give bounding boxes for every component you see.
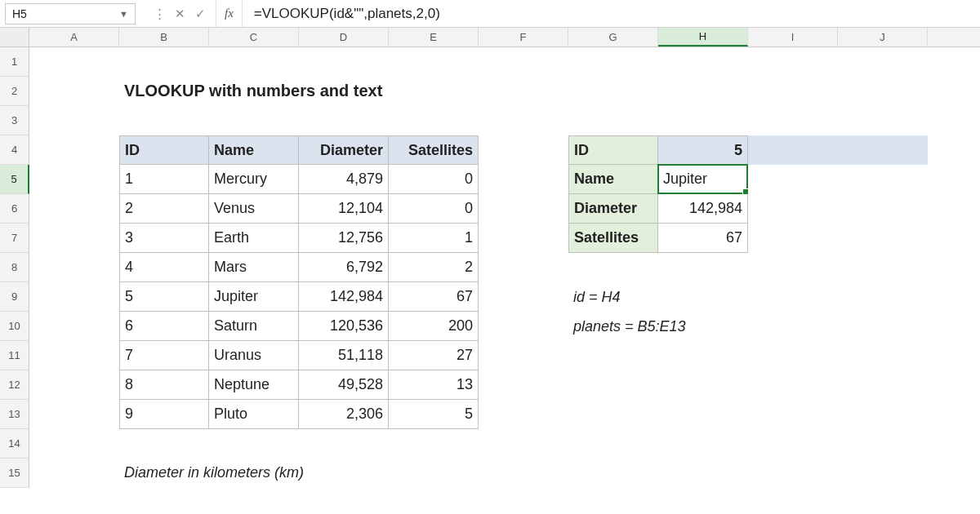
row-header[interactable]: 10 [0,312,29,341]
row-header[interactable]: 2 [0,77,29,106]
th-id[interactable]: ID [119,135,209,165]
lookup-label-satellites[interactable]: Satellites [568,224,658,253]
row-header[interactable]: 11 [0,341,29,370]
spreadsheet-grid[interactable]: A B C D E F G H I J 1 2 VLOOKUP with num… [0,28,980,488]
col-header-j[interactable]: J [838,28,928,47]
row-header[interactable]: 5 [0,165,29,194]
note-id-def[interactable]: id = H4 [568,282,658,312]
row-header[interactable]: 1 [0,47,29,77]
drag-handle-icon[interactable]: ⋮ [154,7,165,21]
col-header-d[interactable]: D [299,28,389,47]
table-cell[interactable]: 0 [389,165,479,194]
row-header[interactable]: 15 [0,459,29,488]
table-cell[interactable]: 4,879 [299,165,389,194]
column-headers: A B C D E F G H I J [0,28,980,47]
note-planets-def[interactable]: planets = B5:E13 [568,312,658,341]
lookup-label-diameter[interactable]: Diameter [568,194,658,224]
lookup-label-name[interactable]: Name [568,165,658,194]
chevron-down-icon[interactable]: ▼ [119,9,128,19]
name-box-value: H5 [12,7,27,20]
row-header[interactable]: 7 [0,224,29,253]
col-header-c[interactable]: C [209,28,299,47]
col-header-a[interactable]: A [29,28,119,47]
row-header[interactable]: 8 [0,253,29,282]
cancel-icon[interactable]: ✕ [175,7,185,21]
row-header[interactable]: 14 [0,429,29,459]
row-header[interactable]: 13 [0,400,29,429]
row-header[interactable]: 6 [0,194,29,224]
formula-input[interactable]: =VLOOKUP(id&"",planets,2,0) [243,6,980,22]
formula-bar: H5 ▼ ⋮ ✕ ✓ fx =VLOOKUP(id&"",planets,2,0… [0,0,980,28]
name-box[interactable]: H5 ▼ [5,3,136,24]
col-header-i[interactable]: I [748,28,838,47]
lookup-value-name[interactable]: Jupiter [658,165,748,194]
lookup-value-diameter[interactable]: 142,984 [658,194,748,224]
page-title[interactable]: VLOOKUP with numbers and text [119,77,209,106]
table-cell[interactable]: 1 [119,165,209,194]
lookup-label-id[interactable]: ID [568,135,658,165]
insert-function-button[interactable]: fx [216,0,243,27]
th-name[interactable]: Name [209,135,299,165]
footer-note[interactable]: Diameter in kilometers (km) [119,459,209,488]
cell[interactable] [29,47,119,77]
confirm-icon[interactable]: ✓ [195,7,206,21]
select-all-triangle[interactable] [0,28,29,47]
col-header-f[interactable]: F [479,28,568,47]
table-cell[interactable]: Mercury [209,165,299,194]
col-header-e[interactable]: E [389,28,479,47]
th-satellites[interactable]: Satellites [389,135,479,165]
lookup-value-satellites[interactable]: 67 [658,224,748,253]
col-header-g[interactable]: G [568,28,658,47]
row-header[interactable]: 4 [0,135,29,165]
th-diameter[interactable]: Diameter [299,135,389,165]
formula-bar-controls: ⋮ ✕ ✓ [144,0,216,27]
col-header-h[interactable]: H [658,28,748,47]
col-header-b[interactable]: B [119,28,209,47]
row-header[interactable]: 9 [0,282,29,312]
row-header[interactable]: 12 [0,370,29,400]
lookup-value-id[interactable]: 5 [658,135,748,165]
row-header[interactable]: 3 [0,106,29,135]
